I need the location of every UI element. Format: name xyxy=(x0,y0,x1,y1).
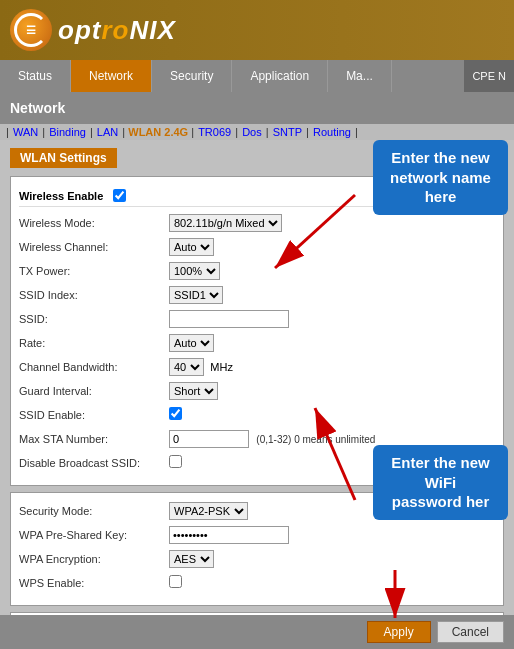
tab-network[interactable]: Network xyxy=(71,60,152,92)
psk-input[interactable] xyxy=(169,526,289,544)
sub-nav-wlan[interactable]: WLAN 2.4G xyxy=(128,126,188,138)
max-sta-label: Max STA Number: xyxy=(19,433,169,445)
encryption-label: WPA Encryption: xyxy=(19,553,169,565)
guard-label: Guard Interval: xyxy=(19,385,169,397)
security-mode-row: Security Mode: WPA2-PSK xyxy=(19,501,495,521)
guard-row: Guard Interval: Short xyxy=(19,381,495,401)
sub-nav-dos[interactable]: Dos xyxy=(242,126,262,138)
security-panel: Security Mode: WPA2-PSK WPA Pre-Shared K… xyxy=(10,492,504,606)
tab-status[interactable]: Status xyxy=(0,60,71,92)
security-mode-label: Security Mode: xyxy=(19,505,169,517)
ssid-enable-row: SSID Enable: xyxy=(19,405,495,425)
sub-nav-tr069[interactable]: TR069 xyxy=(198,126,231,138)
wireless-mode-row: Wireless Mode: 802.11b/g/n Mixed xyxy=(19,213,495,233)
broadcast-checkbox[interactable] xyxy=(169,455,182,468)
cpe-badge: CPE N xyxy=(464,60,514,92)
wireless-enable-label: Wireless Enable xyxy=(19,190,103,202)
ssid-input[interactable] xyxy=(169,310,289,328)
wireless-channel-label: Wireless Channel: xyxy=(19,241,169,253)
max-sta-row: Max STA Number: (0,1-32) 0 means unlimit… xyxy=(19,429,495,449)
broadcast-row: Disable Broadcast SSID: xyxy=(19,453,495,473)
page-title: Network xyxy=(10,100,65,116)
bandwidth-row: Channel Bandwidth: 40 MHz xyxy=(19,357,495,377)
bandwidth-select[interactable]: 40 xyxy=(169,358,204,376)
wireless-mode-label: Wireless Mode: xyxy=(19,217,169,229)
wps-row: WPS Enable: xyxy=(19,573,495,593)
security-mode-select[interactable]: WPA2-PSK xyxy=(169,502,248,520)
encryption-select[interactable]: AES xyxy=(169,550,214,568)
wireless-settings-panel: Wireless Enable Wireless Mode: 802.11b/g… xyxy=(10,176,504,486)
sub-nav-binding[interactable]: Binding xyxy=(49,126,86,138)
wireless-enable-row: Wireless Enable xyxy=(19,185,495,207)
bandwidth-label: Channel Bandwidth: xyxy=(19,361,169,373)
page-title-bar: Network xyxy=(0,92,514,124)
ssid-enable-checkbox[interactable] xyxy=(169,407,182,420)
broadcast-label: Disable Broadcast SSID: xyxy=(19,457,169,469)
rate-select[interactable]: Auto xyxy=(169,334,214,352)
ssid-index-label: SSID Index: xyxy=(19,289,169,301)
ssid-label: SSID: xyxy=(19,313,169,325)
sub-nav-wan[interactable]: WAN xyxy=(13,126,38,138)
max-sta-input[interactable] xyxy=(169,430,249,448)
encryption-row: WPA Encryption: AES xyxy=(19,549,495,569)
wireless-channel-row: Wireless Channel: Auto xyxy=(19,237,495,257)
logo-text: optroNIX xyxy=(58,15,176,46)
sub-nav-routing[interactable]: Routing xyxy=(313,126,351,138)
tx-power-row: TX Power: 100% xyxy=(19,261,495,281)
rate-label: Rate: xyxy=(19,337,169,349)
wps-label: WPS Enable: xyxy=(19,577,169,589)
cancel-button[interactable]: Cancel xyxy=(437,621,504,643)
psk-row: WPA Pre-Shared Key: xyxy=(19,525,495,545)
sub-nav-lan[interactable]: LAN xyxy=(97,126,118,138)
wireless-mode-select[interactable]: 802.11b/g/n Mixed xyxy=(169,214,282,232)
ssid-enable-label: SSID Enable: xyxy=(19,409,169,421)
wireless-channel-select[interactable]: Auto xyxy=(169,238,214,256)
tab-ma[interactable]: Ma... xyxy=(328,60,392,92)
main-content: Wireless Enable Wireless Mode: 802.11b/g… xyxy=(0,176,514,649)
section-label: WLAN Settings xyxy=(10,148,117,168)
ssid-row: SSID: xyxy=(19,309,495,329)
psk-label: WPA Pre-Shared Key: xyxy=(19,529,169,541)
tx-power-select[interactable]: 100% xyxy=(169,262,220,280)
rate-row: Rate: Auto xyxy=(19,333,495,353)
wps-checkbox[interactable] xyxy=(169,575,182,588)
tx-power-label: TX Power: xyxy=(19,265,169,277)
bandwidth-unit: MHz xyxy=(210,361,233,373)
tab-application[interactable]: Application xyxy=(232,60,328,92)
tab-security[interactable]: Security xyxy=(152,60,232,92)
logo-icon: ☰ xyxy=(10,9,52,51)
sub-nav: | WAN | Binding | LAN | WLAN 2.4G | TR06… xyxy=(0,124,514,140)
ssid-index-row: SSID Index: SSID1 xyxy=(19,285,495,305)
nav-tabs: Status Network Security Application Ma..… xyxy=(0,60,514,92)
wireless-enable-checkbox[interactable] xyxy=(113,189,126,202)
guard-select[interactable]: Short xyxy=(169,382,218,400)
sub-nav-sntp[interactable]: SNTP xyxy=(273,126,302,138)
ssid-index-select[interactable]: SSID1 xyxy=(169,286,223,304)
top-bar: ☰ optroNIX xyxy=(0,0,514,60)
max-sta-hint: (0,1-32) 0 means unlimited xyxy=(256,434,375,445)
apply-button[interactable]: Apply xyxy=(367,621,431,643)
bottom-bar: Apply Cancel xyxy=(0,615,514,649)
